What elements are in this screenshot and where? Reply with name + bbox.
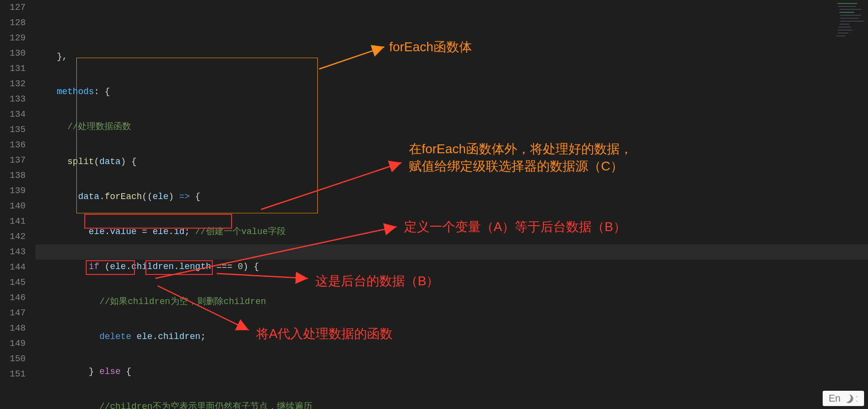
svg-rect-13 bbox=[838, 27, 851, 28]
line-number: 141 bbox=[0, 214, 26, 229]
code-line[interactable]: }, bbox=[35, 49, 868, 65]
line-number: 144 bbox=[0, 260, 26, 275]
line-number: 136 bbox=[0, 137, 26, 153]
line-number: 147 bbox=[0, 306, 26, 321]
svg-rect-9 bbox=[840, 15, 861, 16]
svg-rect-6 bbox=[838, 6, 856, 7]
svg-rect-7 bbox=[839, 9, 862, 10]
code-line[interactable]: delete ele.children; bbox=[35, 329, 868, 344]
code-line[interactable]: //children不为空表示里面仍然有子节点，继续遍历 bbox=[35, 399, 868, 409]
line-number: 146 bbox=[0, 290, 26, 306]
code-line[interactable]: //如果children为空，则删除children bbox=[35, 294, 868, 309]
code-line[interactable]: methods: { bbox=[35, 84, 868, 100]
line-number-gutter: 127 128 129 130 131 132 133 134 135 136 … bbox=[0, 0, 35, 409]
line-number: 149 bbox=[0, 336, 26, 351]
svg-rect-5 bbox=[837, 3, 857, 4]
svg-rect-12 bbox=[839, 24, 849, 25]
line-number: 135 bbox=[0, 122, 26, 137]
svg-rect-15 bbox=[837, 33, 848, 34]
code-line[interactable]: split(data) { bbox=[35, 154, 868, 170]
line-number: 150 bbox=[0, 351, 26, 367]
line-number: 129 bbox=[0, 31, 26, 46]
line-number: 128 bbox=[0, 15, 26, 31]
code-editor[interactable]: 127 128 129 130 131 132 133 134 135 136 … bbox=[0, 0, 868, 409]
code-line[interactable]: ele.value = ele.id; //创建一个value字段 bbox=[35, 224, 868, 239]
line-number: 127 bbox=[0, 0, 26, 15]
line-number: 139 bbox=[0, 183, 26, 199]
code-line[interactable]: //处理数据函数 bbox=[35, 119, 868, 135]
line-number: 143 bbox=[0, 244, 26, 260]
svg-rect-10 bbox=[840, 18, 859, 19]
line-number: 131 bbox=[0, 61, 26, 76]
line-number: 142 bbox=[0, 229, 26, 244]
line-number: 138 bbox=[0, 168, 26, 183]
code-line[interactable]: } else { bbox=[35, 364, 868, 379]
line-number: 134 bbox=[0, 107, 26, 122]
svg-rect-11 bbox=[840, 21, 864, 22]
svg-rect-14 bbox=[837, 30, 852, 31]
svg-rect-8 bbox=[839, 12, 854, 13]
line-number: 151 bbox=[0, 367, 26, 382]
code-line[interactable]: data.forEach((ele) => { bbox=[35, 189, 868, 204]
code-line[interactable]: if (ele.children.length === 0) { bbox=[35, 259, 868, 274]
svg-rect-16 bbox=[836, 35, 845, 36]
line-number: 132 bbox=[0, 76, 26, 92]
code-area[interactable]: }, methods: { //处理数据函数 split(data) { dat… bbox=[35, 0, 868, 409]
line-number: 133 bbox=[0, 92, 26, 107]
line-number: 145 bbox=[0, 275, 26, 290]
line-number: 130 bbox=[0, 46, 26, 61]
line-number: 140 bbox=[0, 199, 26, 214]
line-number: 148 bbox=[0, 321, 26, 336]
line-number: 137 bbox=[0, 153, 26, 168]
